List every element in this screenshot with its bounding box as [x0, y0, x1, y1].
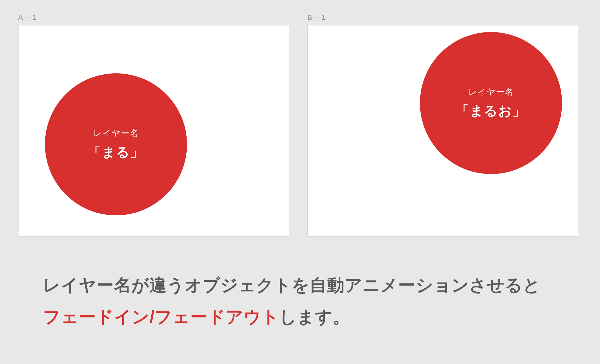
artboards-container: A – 1 レイヤー名 「まる」 B – 1 レイヤー名 「まるお」: [18, 13, 582, 237]
artboard-a-label: A – 1: [18, 13, 289, 22]
caption-part1: レイヤー名が違うオブジェクトを自動アニメーションさせると: [43, 275, 541, 295]
artboard-a: レイヤー名 「まる」: [18, 25, 289, 237]
artboard-b-wrapper: B – 1 レイヤー名 「まるお」: [307, 13, 578, 237]
circle-b-layer-name: 「まるお」: [456, 102, 526, 120]
circle-a-layer-name: 「まる」: [88, 143, 144, 161]
circle-a: レイヤー名 「まる」: [45, 73, 187, 215]
circle-b: レイヤー名 「まるお」: [420, 32, 562, 174]
caption-part2: します。: [279, 307, 350, 326]
caption-text: レイヤー名が違うオブジェクトを自動アニメーションさせるとフェードイン/フェードア…: [43, 269, 557, 333]
circle-b-layer-label: レイヤー名: [468, 86, 514, 98]
artboard-a-wrapper: A – 1 レイヤー名 「まる」: [18, 13, 289, 237]
artboard-b: レイヤー名 「まるお」: [307, 25, 578, 237]
circle-a-layer-label: レイヤー名: [93, 127, 139, 139]
caption-highlight: フェードイン/フェードアウト: [43, 307, 279, 326]
artboard-b-label: B – 1: [307, 13, 578, 22]
